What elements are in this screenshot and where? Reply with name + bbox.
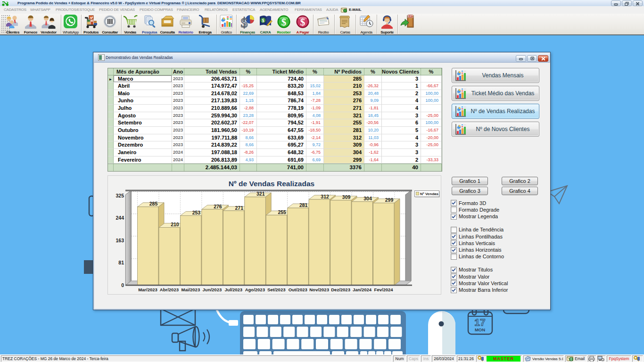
- svg-text:312: 312: [321, 194, 329, 199]
- svg-text:Set/2023: Set/2023: [267, 287, 286, 292]
- svg-text:81: 81: [118, 260, 124, 265]
- svg-text:281: 281: [299, 202, 308, 208]
- svg-text:Jul/2023: Jul/2023: [225, 287, 243, 292]
- svg-text:0: 0: [121, 282, 124, 288]
- svg-text:Ago/2023: Ago/2023: [245, 287, 265, 292]
- svg-text:Out/2023: Out/2023: [289, 287, 307, 292]
- svg-text:$: $: [281, 16, 287, 28]
- svg-text:210: 210: [171, 222, 179, 227]
- svg-text:299: 299: [385, 197, 394, 203]
- svg-text:$: $: [300, 16, 305, 28]
- svg-text:$: $: [241, 15, 248, 29]
- svg-text:MON: MON: [475, 327, 485, 332]
- svg-text:$: $: [262, 18, 264, 23]
- svg-text:271: 271: [235, 205, 244, 211]
- svg-text:325: 325: [116, 193, 124, 198]
- svg-text:285: 285: [149, 201, 158, 206]
- svg-text:Jan/2024: Jan/2024: [353, 287, 372, 292]
- svg-text:Jun/2023: Jun/2023: [203, 287, 222, 292]
- svg-text:253: 253: [192, 210, 201, 215]
- svg-text:17: 17: [474, 317, 485, 328]
- svg-text:255: 255: [278, 209, 286, 215]
- svg-text:Fev/2024: Fev/2024: [374, 287, 393, 292]
- svg-text:321: 321: [256, 191, 265, 197]
- svg-text:EXIT: EXIT: [408, 15, 413, 17]
- svg-text:Dez/2023: Dez/2023: [331, 287, 350, 292]
- svg-text:Nº Vendas: Nº Vendas: [420, 192, 438, 196]
- svg-text:Abr/2023: Abr/2023: [160, 287, 179, 292]
- svg-text:163: 163: [116, 238, 124, 243]
- svg-text:Mai/2023: Mai/2023: [182, 287, 200, 292]
- svg-text:304: 304: [363, 196, 372, 201]
- svg-text:276: 276: [214, 204, 222, 209]
- svg-text:Nov/2023: Nov/2023: [309, 287, 329, 292]
- svg-text:309: 309: [342, 194, 351, 200]
- svg-text:244: 244: [116, 215, 124, 221]
- svg-text:Mar/2023: Mar/2023: [138, 287, 157, 292]
- svg-text:Nº de Vendas Realizadas: Nº de Vendas Realizadas: [229, 180, 314, 188]
